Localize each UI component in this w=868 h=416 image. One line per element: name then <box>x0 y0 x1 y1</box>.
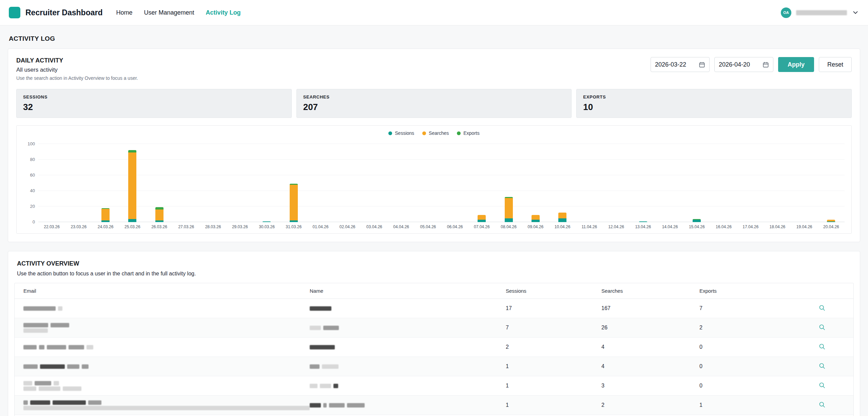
y-tick-label: 20 <box>30 204 35 209</box>
searches-cell: 4 <box>601 363 699 369</box>
column-header-searches: Searches <box>601 288 699 294</box>
bar-group <box>710 141 737 222</box>
bar-segment-sessions <box>263 221 271 222</box>
date-to-input[interactable] <box>719 61 759 68</box>
redaction-block <box>310 345 335 349</box>
nav-link-user-management[interactable]: User Management <box>144 9 194 16</box>
calendar-icon[interactable] <box>699 61 705 68</box>
daily-activity-hint: Use the search action in Activity Overvi… <box>16 75 138 81</box>
user-menu[interactable]: OA <box>781 7 859 18</box>
name-cell <box>310 363 506 370</box>
redaction-block <box>58 306 62 311</box>
sessions-cell: 7 <box>506 325 601 331</box>
column-header-exports: Exports <box>699 288 791 294</box>
x-tick-label: 19.04.26 <box>791 224 818 229</box>
user-name-redacted <box>796 10 847 15</box>
bar-group <box>791 141 818 222</box>
stat-label: SESSIONS <box>23 94 285 100</box>
focus-user-button[interactable] <box>816 399 828 411</box>
calendar-icon[interactable] <box>763 61 769 68</box>
email-cell <box>15 322 310 334</box>
bar-segment-searches <box>558 213 566 218</box>
name-cell <box>310 344 506 350</box>
date-controls: Apply Reset <box>651 57 852 72</box>
stat-box-exports: EXPORTS10 <box>576 89 852 118</box>
redaction-block <box>86 345 93 349</box>
date-to-field[interactable] <box>714 57 773 72</box>
redaction-block <box>323 403 327 408</box>
redaction-block <box>23 328 48 333</box>
table-row: 171677 <box>15 299 853 318</box>
redaction-block <box>310 364 320 369</box>
legend-dot-icon <box>388 131 392 135</box>
bar-stack <box>290 184 298 222</box>
redaction-block <box>63 386 81 391</box>
x-tick-label: 27.03.26 <box>173 224 199 229</box>
focus-user-button[interactable] <box>816 380 828 392</box>
focus-user-button[interactable] <box>816 322 828 334</box>
exports-cell: 0 <box>699 383 791 389</box>
bar-segment-sessions <box>532 220 540 222</box>
bar-segment-sessions <box>505 218 513 222</box>
bar-group <box>227 141 253 222</box>
searches-cell: 4 <box>601 344 699 350</box>
legend-dot-icon <box>457 131 461 135</box>
x-tick-label: 17.04.26 <box>737 224 764 229</box>
x-tick-label: 07.04.26 <box>468 224 495 229</box>
y-tick-label: 60 <box>30 173 35 178</box>
x-tick-label: 09.04.26 <box>522 224 549 229</box>
bar-group <box>361 141 388 222</box>
chevron-down-icon[interactable] <box>852 9 859 16</box>
daily-activity-subtitle: All users activity <box>16 67 138 73</box>
chart-bars <box>38 141 845 222</box>
activity-chart: SessionsSearchesExports 020406080100 22.… <box>16 125 852 234</box>
legend-item-sessions: Sessions <box>388 130 414 136</box>
legend-item-exports: Exports <box>457 130 479 136</box>
focus-user-button[interactable] <box>816 302 828 314</box>
x-tick-label: 03.04.26 <box>361 224 388 229</box>
activity-table: EmailNameSessionsSearchesExports 1716777… <box>14 283 854 416</box>
stats-row: SESSIONS32SEARCHES207EXPORTS10 <box>16 89 852 118</box>
legend-item-searches: Searches <box>422 130 449 136</box>
redaction-block <box>333 384 338 388</box>
x-tick-label: 28.03.26 <box>199 224 226 229</box>
redaction-block <box>329 403 345 408</box>
redaction-block <box>35 381 51 385</box>
bar-segment-searches <box>128 152 136 219</box>
stat-value: 32 <box>23 102 285 112</box>
redaction-block <box>23 345 37 349</box>
bar-group <box>146 141 173 222</box>
x-tick-label: 05.04.26 <box>414 224 441 229</box>
avatar[interactable]: OA <box>781 7 791 18</box>
column-header-sessions: Sessions <box>506 288 601 294</box>
focus-user-button[interactable] <box>816 341 828 353</box>
apply-button[interactable]: Apply <box>778 57 814 72</box>
bar-segment-sessions <box>693 220 701 222</box>
bar-stack <box>263 221 271 222</box>
bar-segment-searches <box>505 198 513 218</box>
reset-button[interactable]: Reset <box>819 57 852 72</box>
table-row: 7262 <box>15 318 853 338</box>
x-tick-label: 23.03.26 <box>65 224 92 229</box>
redacted-text <box>23 345 310 349</box>
activity-overview-card: ACTIVITY OVERVIEW Use the action button … <box>8 251 860 416</box>
bar-group <box>414 141 441 222</box>
searches-cell: 26 <box>601 325 699 331</box>
bar-group <box>253 141 280 222</box>
sessions-cell: 2 <box>506 344 601 350</box>
date-from-input[interactable] <box>655 61 695 68</box>
focus-user-button[interactable] <box>816 360 828 373</box>
search-icon <box>818 324 826 331</box>
bar-group <box>683 141 710 222</box>
nav-link-activity-log[interactable]: Activity Log <box>206 9 241 16</box>
nav-link-home[interactable]: Home <box>116 9 133 16</box>
bar-stack <box>827 220 835 222</box>
date-from-field[interactable] <box>651 57 710 72</box>
table-body: 1716777262240140130121210 <box>15 299 853 416</box>
bar-segment-sessions <box>478 220 486 222</box>
redaction-block <box>322 364 339 369</box>
email-cell <box>15 380 310 392</box>
column-header-name: Name <box>310 288 506 294</box>
email-cell <box>15 305 310 312</box>
x-tick-label: 14.04.26 <box>656 224 683 229</box>
